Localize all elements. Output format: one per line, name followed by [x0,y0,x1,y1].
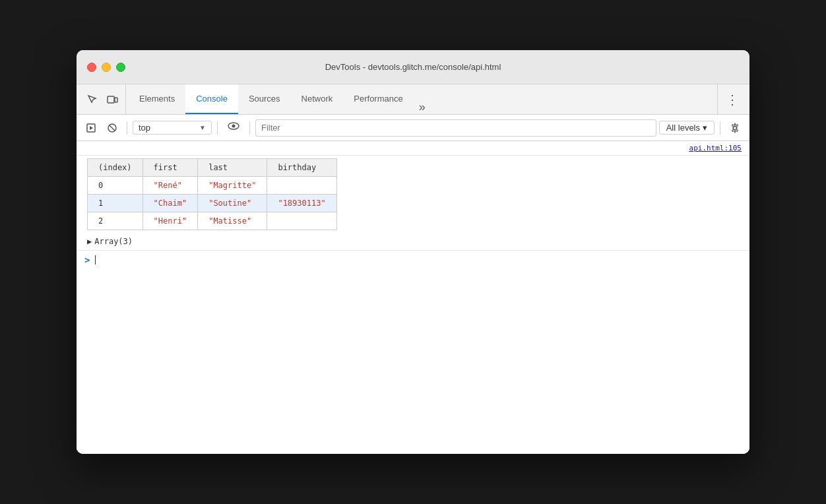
more-tabs-button[interactable]: » [414,100,431,114]
col-header-last: last [198,159,267,177]
console-table: (index) first last birthday 0 "René" "Ma… [87,158,337,230]
titlebar: DevTools - devtools.glitch.me/console/ap… [77,50,749,84]
col-header-index: (index) [88,159,143,177]
inspect-icon[interactable] [84,92,100,108]
svg-rect-1 [115,98,117,102]
console-output: api.html:105 (index) first last birthday… [77,141,749,454]
toolbar-icons [79,84,126,114]
context-selector[interactable]: top ▼ [133,121,212,135]
toolbar-divider-3 [249,121,250,135]
tabs-list: Elements Console Sources Network Perform… [126,84,433,114]
devtools-window: DevTools - devtools.glitch.me/console/ap… [77,50,749,454]
minimize-button[interactable] [102,63,111,72]
array-triangle-icon: ▶ [87,237,92,246]
cell-index-1: 1 [88,195,143,212]
array-label: Array(3) [94,237,133,246]
cell-birthday-1: "18930113" [267,195,336,212]
cell-last-0: "Magritte" [198,177,267,195]
cell-first-0: "René" [143,177,198,195]
array-expand[interactable]: ▶ Array(3) [77,233,749,250]
console-cursor [95,255,96,265]
cell-index-2: 2 [88,212,143,230]
device-icon[interactable] [104,92,120,108]
close-button[interactable] [87,63,96,72]
context-arrow: ▼ [199,124,206,131]
console-toolbar: top ▼ All levels ▾ [77,115,749,141]
play-button[interactable] [82,119,100,137]
levels-arrow: ▾ [703,123,707,133]
table-row: 2 "Henri" "Matisse" [88,212,337,230]
clear-console-button[interactable] [103,119,121,137]
tab-network[interactable]: Network [291,84,344,114]
settings-button[interactable] [726,119,744,137]
console-input-line: > [77,250,749,269]
window-title: DevTools - devtools.glitch.me/console/ap… [325,62,501,72]
svg-rect-0 [108,96,114,103]
tab-console[interactable]: Console [185,84,238,114]
table-row: 0 "René" "Magritte" [88,177,337,195]
cell-last-2: "Matisse" [198,212,267,230]
cell-last-1: "Soutine" [198,195,267,212]
maximize-button[interactable] [116,63,125,72]
svg-point-7 [232,125,236,128]
cell-first-1: "Chaim" [143,195,198,212]
tabs-bar: Elements Console Sources Network Perform… [77,84,749,115]
toolbar-divider-4 [720,121,720,135]
toolbar-divider-1 [127,121,127,135]
cell-index-0: 0 [88,177,143,195]
cell-birthday-2 [267,212,336,230]
traffic-lights [87,63,125,72]
console-input-area[interactable] [95,255,96,265]
tab-performance[interactable]: Performance [343,84,413,114]
svg-marker-3 [90,126,93,130]
source-link[interactable]: api.html:105 [77,141,749,156]
devtools-menu-button[interactable]: ⋮ [717,84,747,114]
table-row: 1 "Chaim" "Soutine" "18930113" [88,195,337,212]
devtools-panel: Elements Console Sources Network Perform… [77,84,749,454]
eye-icon[interactable] [223,121,244,135]
filter-input[interactable] [255,119,656,137]
cell-first-2: "Henri" [143,212,198,230]
console-prompt-icon: > [84,255,90,265]
svg-line-5 [110,125,115,131]
tab-sources[interactable]: Sources [238,84,291,114]
tab-elements[interactable]: Elements [129,84,185,114]
col-header-first: first [143,159,198,177]
toolbar-divider-2 [217,121,218,135]
col-header-birthday: birthday [267,159,336,177]
cell-birthday-0 [267,177,336,195]
levels-dropdown[interactable]: All levels ▾ [659,121,715,135]
